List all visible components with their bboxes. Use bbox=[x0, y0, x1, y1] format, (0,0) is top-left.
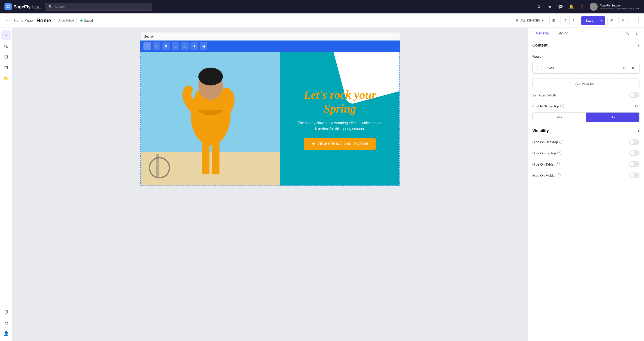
rows-label: Rows bbox=[528, 52, 644, 60]
more-options-button[interactable]: ⋯ bbox=[630, 16, 639, 25]
row-drag-handle[interactable]: ⋮⋮ bbox=[536, 65, 544, 70]
undo-redo-group: ↺ ↻ bbox=[560, 16, 579, 25]
hide-desktop-help-icon[interactable]: ? bbox=[559, 140, 563, 144]
preview-button[interactable]: 👁 bbox=[607, 16, 616, 25]
hero-cta-button[interactable]: ★ VIEW SPRING COLLECTION bbox=[304, 138, 376, 150]
second-bar-right: 🖥 ALL_DEVICES ▾ ⊞ ↺ ↻ Save ▾ 👁 ⎘ ⋯ bbox=[512, 16, 639, 25]
save-button-group: Save ▾ bbox=[581, 16, 605, 25]
tab-general[interactable]: General bbox=[532, 28, 553, 40]
panel-search-icon[interactable]: 🔍 bbox=[624, 30, 631, 37]
sidebar-item-user-avatar[interactable]: 👤 bbox=[1, 328, 11, 338]
svg-point-4 bbox=[198, 68, 223, 86]
duplicate-element-button[interactable]: ⎘ bbox=[153, 42, 160, 50]
download-button[interactable]: ⬇ bbox=[190, 42, 198, 50]
device-selector-button[interactable]: 🖥 ALL_DEVICES ▾ bbox=[512, 17, 547, 24]
hide-laptop-text: Hide On Laptop bbox=[532, 151, 556, 155]
hide-laptop-row: Hide On Laptop ? bbox=[528, 148, 644, 159]
help-icon[interactable]: ❓ bbox=[579, 4, 585, 10]
redo-button[interactable]: ↻ bbox=[570, 16, 579, 25]
nav-left: PageFly Free 🔍 bbox=[4, 3, 152, 10]
hide-desktop-toggle[interactable] bbox=[629, 139, 640, 145]
hide-laptop-label: Hide On Laptop ? bbox=[532, 151, 561, 155]
user-info[interactable]: P PageFly Support store-sample-pagefly.m… bbox=[590, 3, 640, 11]
svg-rect-8 bbox=[156, 154, 159, 176]
search-input[interactable] bbox=[54, 5, 149, 8]
hide-mobile-row: Hide On Mobile ? bbox=[528, 170, 644, 181]
hide-laptop-help-icon[interactable]: ? bbox=[557, 151, 561, 155]
chat-icon[interactable]: 💬 bbox=[558, 4, 564, 10]
main-area: + 🛍 ⊞ ⊞ 📁 ⏱ ⎘ 👤 Section + ⎘ 🗑 ☰ ⚓ ⬇ ◀ bbox=[0, 28, 644, 341]
save-dropdown-button[interactable]: ▾ bbox=[598, 16, 605, 25]
row-item: ⋮⋮ ROW ⎘ 🗑 bbox=[532, 62, 640, 74]
grid-view-button[interactable]: ⊞ bbox=[549, 16, 558, 25]
yes-button[interactable]: Yes bbox=[532, 112, 586, 122]
hide-tablet-help-icon[interactable]: ? bbox=[556, 162, 560, 166]
sidebar-item-apps[interactable]: ⊞ bbox=[1, 63, 11, 72]
hide-mobile-toggle[interactable] bbox=[629, 172, 640, 178]
hero-right-panel: Let's rock your Spring The color yellow … bbox=[280, 52, 400, 186]
star-icon[interactable]: ★ bbox=[547, 4, 553, 10]
hide-mobile-help-icon[interactable]: ? bbox=[557, 174, 561, 178]
saved-dot bbox=[80, 20, 82, 22]
user-store: store-sample-pagefly.myshopify.com bbox=[600, 7, 640, 10]
no-button[interactable]: No bbox=[586, 112, 640, 122]
hide-desktop-text: Hide On Desktop bbox=[532, 140, 558, 144]
cta-label: VIEW SPRING COLLECTION bbox=[317, 142, 368, 146]
sidebar-item-folder[interactable]: 📁 bbox=[1, 74, 11, 83]
enable-sticky-top-label: Enable Sticky Top ? bbox=[532, 104, 564, 108]
sidebar-item-history[interactable]: ⏱ bbox=[1, 307, 11, 317]
top-navigation: PageFly Free 🔍 ⚙ ★ 💬 🔔 ❓ P PageFly Suppo… bbox=[0, 0, 644, 14]
back-button[interactable]: ← bbox=[5, 18, 10, 24]
hide-laptop-toggle[interactable] bbox=[629, 150, 640, 156]
visibility-chevron-icon: ▾ bbox=[638, 129, 640, 133]
panel-tabs: General Styling 🔍 ℹ bbox=[528, 28, 644, 40]
pagefly-logo-icon bbox=[4, 3, 12, 10]
settings-icon[interactable]: ⚙ bbox=[536, 4, 542, 10]
collapse-button[interactable]: ◀ bbox=[200, 42, 208, 50]
canvas-area: Section + ⎘ 🗑 ☰ ⚓ ⬇ ◀ bbox=[12, 28, 528, 341]
logo-area: PageFly Free bbox=[4, 3, 42, 10]
svg-rect-6 bbox=[212, 141, 220, 174]
panel-info-icon[interactable]: ℹ bbox=[633, 30, 640, 37]
sticky-top-desktop-icon: 🖥 bbox=[633, 103, 640, 109]
enable-sticky-top-row: Enable Sticky Top ? 🖥 bbox=[528, 101, 644, 112]
svg-rect-5 bbox=[202, 141, 210, 174]
row-delete-button[interactable]: 🗑 bbox=[630, 64, 636, 71]
undo-button[interactable]: ↺ bbox=[561, 16, 570, 25]
visibility-section-header[interactable]: Visibility ▾ bbox=[528, 125, 644, 136]
element-toolbar: + ⎘ 🗑 ☰ ⚓ ⬇ ◀ bbox=[140, 40, 400, 52]
page-title: Home bbox=[36, 18, 52, 24]
hide-desktop-row: Hide On Desktop ? bbox=[528, 136, 644, 148]
avatar: P bbox=[590, 3, 598, 11]
hide-mobile-text: Hide On Mobile bbox=[532, 174, 556, 178]
svg-rect-1 bbox=[141, 152, 280, 186]
visibility-title: Visibility bbox=[532, 128, 549, 133]
sidebar-item-grid[interactable]: ⊞ bbox=[1, 52, 11, 62]
content-section-header[interactable]: Content ▾ bbox=[528, 40, 644, 52]
free-badge: Free bbox=[32, 5, 42, 9]
status-badge[interactable]: Unpublished bbox=[55, 18, 77, 23]
delete-element-button[interactable]: 🗑 bbox=[162, 42, 170, 50]
add-new-item-button[interactable]: Add New Item bbox=[532, 78, 640, 89]
left-sidebar: + 🛍 ⊞ ⊞ 📁 ⏱ ⎘ 👤 bbox=[0, 28, 12, 341]
sidebar-item-add[interactable]: + bbox=[1, 30, 11, 40]
copy-button[interactable]: ⎘ bbox=[618, 16, 628, 25]
row-copy-button[interactable]: ⎘ bbox=[621, 64, 628, 71]
anchor-button[interactable]: ⚓ bbox=[181, 42, 189, 50]
set-fixed-width-toggle[interactable] bbox=[629, 92, 640, 98]
hide-tablet-toggle[interactable] bbox=[629, 161, 640, 167]
layers-button[interactable]: ☰ bbox=[172, 42, 179, 50]
search-bar[interactable]: 🔍 bbox=[45, 3, 152, 10]
save-button[interactable]: Save bbox=[581, 16, 598, 25]
content-section-title: Content bbox=[532, 43, 548, 48]
tab-styling[interactable]: Styling bbox=[553, 28, 573, 40]
search-icon: 🔍 bbox=[48, 5, 53, 9]
star-icon: ★ bbox=[312, 142, 315, 146]
sidebar-item-export[interactable]: ⎘ bbox=[1, 318, 11, 328]
sidebar-item-store[interactable]: 🛍 bbox=[1, 41, 11, 51]
yes-no-group: Yes No bbox=[532, 112, 640, 122]
bell-icon[interactable]: 🔔 bbox=[568, 4, 574, 10]
content-chevron-icon: ▾ bbox=[638, 43, 640, 48]
add-element-button[interactable]: + bbox=[144, 42, 151, 50]
sticky-top-help-icon[interactable]: ? bbox=[560, 104, 564, 108]
